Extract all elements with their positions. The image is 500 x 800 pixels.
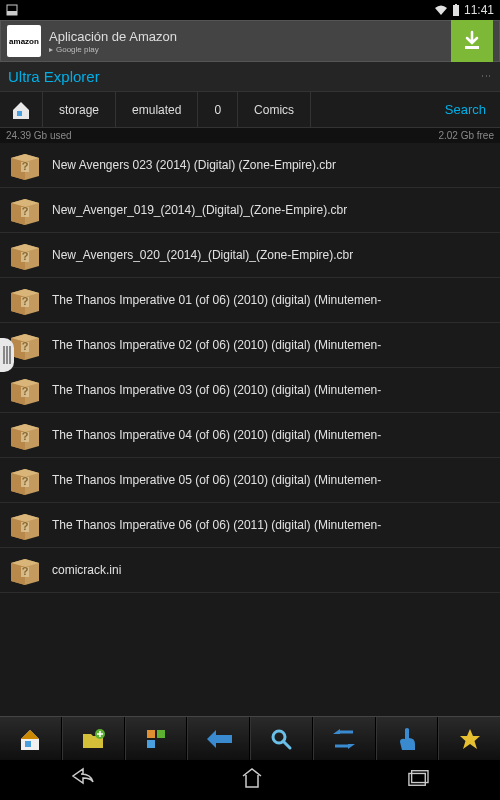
file-row[interactable]: ?The Thanos Imperative 06 (of 06) (2011)…	[0, 503, 500, 548]
file-icon: ?	[8, 508, 42, 542]
breadcrumb: storage emulated 0 Comics Search	[0, 92, 500, 128]
file-icon: ?	[8, 238, 42, 272]
nav-home-button[interactable]	[220, 762, 284, 798]
home-icon	[10, 99, 32, 121]
nav-back-button[interactable]	[51, 762, 117, 798]
home-icon	[17, 726, 43, 752]
recent-icon	[407, 768, 429, 788]
file-name: The Thanos Imperative 06 (of 06) (2011) …	[52, 518, 381, 532]
ad-banner[interactable]: amazon Aplicación de Amazon ▸ Google pla…	[0, 20, 500, 62]
notification-icon	[6, 4, 18, 16]
file-name: The Thanos Imperative 02 (of 06) (2010) …	[52, 338, 381, 352]
storage-free: 2.02 Gb free	[438, 130, 494, 141]
battery-icon	[452, 4, 460, 16]
svg-text:?: ?	[22, 475, 29, 487]
nav-recent-button[interactable]	[387, 763, 449, 797]
app-title: Ultra Explorer	[8, 68, 100, 85]
status-bar: 11:41	[0, 0, 500, 20]
sort-icon	[144, 727, 168, 751]
svg-text:?: ?	[22, 205, 29, 217]
breadcrumb-emulated[interactable]: emulated	[116, 92, 198, 127]
toolbar-sort-button[interactable]	[125, 717, 188, 760]
storage-used: 24.39 Gb used	[6, 130, 72, 141]
wifi-icon	[434, 4, 448, 16]
toolbar-add-button[interactable]	[62, 717, 125, 760]
file-name: New_Avengers_020_(2014)_(Digital)_(Zone-…	[52, 248, 353, 262]
file-icon: ?	[8, 193, 42, 227]
svg-text:?: ?	[22, 385, 29, 397]
svg-rect-4	[465, 46, 479, 49]
android-nav-bar	[0, 760, 500, 800]
download-icon[interactable]	[451, 20, 493, 62]
file-icon: ?	[8, 148, 42, 182]
file-icon: ?	[8, 283, 42, 317]
svg-text:?: ?	[22, 520, 29, 532]
svg-rect-29	[157, 730, 165, 738]
file-icon: ?	[8, 373, 42, 407]
file-row[interactable]: ?The Thanos Imperative 04 (of 06) (2010)…	[0, 413, 500, 458]
toolbar-back-button[interactable]	[187, 717, 250, 760]
file-row[interactable]: ?The Thanos Imperative 01 (of 06) (2010)…	[0, 278, 500, 323]
touch-icon	[397, 726, 417, 752]
file-row[interactable]: ?The Thanos Imperative 05 (of 06) (2010)…	[0, 458, 500, 503]
svg-rect-3	[455, 4, 457, 5]
breadcrumb-comics[interactable]: Comics	[238, 92, 311, 127]
storage-info: 24.39 Gb used 2.02 Gb free	[0, 128, 500, 143]
amazon-logo: amazon	[7, 25, 41, 57]
toolbar-home-button[interactable]	[0, 717, 62, 760]
home-icon	[240, 767, 264, 789]
file-name: The Thanos Imperative 03 (of 06) (2010) …	[52, 383, 381, 397]
file-row[interactable]: ?The Thanos Imperative 03 (of 06) (2010)…	[0, 368, 500, 413]
svg-text:?: ?	[22, 340, 29, 352]
file-icon: ?	[8, 553, 42, 587]
svg-rect-28	[147, 730, 155, 738]
toolbar-refresh-button[interactable]	[313, 717, 376, 760]
overflow-menu-icon[interactable]: ⋮	[481, 71, 492, 83]
title-bar: Ultra Explorer ⋮	[0, 62, 500, 92]
file-row[interactable]: ?New Avengers 023 (2014) (Digital) (Zone…	[0, 143, 500, 188]
clock: 11:41	[464, 3, 494, 17]
refresh-icon	[331, 728, 357, 750]
breadcrumb-storage[interactable]: storage	[43, 92, 116, 127]
google-play-badge: ▸ Google play	[49, 45, 443, 54]
add-folder-icon	[80, 726, 106, 752]
bottom-toolbar	[0, 716, 500, 760]
ad-text: Aplicación de Amazon	[49, 29, 443, 44]
star-icon	[458, 727, 482, 751]
file-name: The Thanos Imperative 01 (of 06) (2010) …	[52, 293, 381, 307]
svg-text:?: ?	[22, 430, 29, 442]
file-row[interactable]: ?The Thanos Imperative 02 (of 06) (2010)…	[0, 323, 500, 368]
breadcrumb-home[interactable]	[0, 92, 43, 127]
file-name: The Thanos Imperative 05 (of 06) (2010) …	[52, 473, 381, 487]
file-list[interactable]: ?New Avengers 023 (2014) (Digital) (Zone…	[0, 143, 500, 716]
file-name: New_Avenger_019_(2014)_(Digital)_(Zone-E…	[52, 203, 347, 217]
svg-rect-5	[17, 111, 22, 116]
toolbar-search-button[interactable]	[250, 717, 313, 760]
file-row[interactable]: ?New_Avenger_019_(2014)_(Digital)_(Zone-…	[0, 188, 500, 233]
back-icon	[206, 729, 232, 749]
svg-rect-30	[147, 740, 155, 748]
search-link[interactable]: Search	[431, 102, 500, 117]
svg-text:?: ?	[22, 160, 29, 172]
search-icon	[269, 727, 293, 751]
breadcrumb-0[interactable]: 0	[198, 92, 238, 127]
file-name: New Avengers 023 (2014) (Digital) (Zone-…	[52, 158, 336, 172]
file-name: The Thanos Imperative 04 (of 06) (2010) …	[52, 428, 381, 442]
file-row[interactable]: ?New_Avengers_020_(2014)_(Digital)_(Zone…	[0, 233, 500, 278]
toolbar-favorite-button[interactable]	[438, 717, 500, 760]
svg-rect-1	[7, 11, 17, 15]
toolbar-select-button[interactable]	[376, 717, 439, 760]
back-icon	[71, 767, 97, 789]
file-row[interactable]: ?comicrack.ini	[0, 548, 500, 593]
svg-text:?: ?	[22, 565, 29, 577]
svg-rect-26	[25, 741, 31, 747]
file-icon: ?	[8, 463, 42, 497]
svg-rect-2	[453, 5, 459, 16]
svg-text:?: ?	[22, 250, 29, 262]
drawer-handle[interactable]	[0, 338, 14, 372]
svg-text:?: ?	[22, 295, 29, 307]
file-icon: ?	[8, 418, 42, 452]
file-name: comicrack.ini	[52, 563, 121, 577]
